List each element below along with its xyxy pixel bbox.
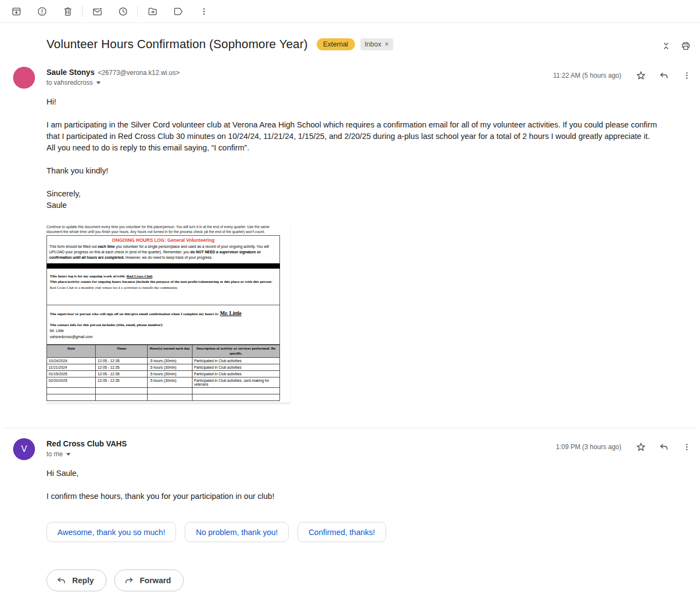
thread-actions: Reply Forward <box>46 569 700 591</box>
attached-document-image[interactable]: Continue to update this document every t… <box>46 224 290 403</box>
message-1: Saule Stonys <26773@verona.k12.wi.us> to… <box>0 57 700 403</box>
body-paragraph: I confirm these hours, thank you for you… <box>46 491 662 502</box>
subject-row: Volunteer Hours Confirmation (Sophomore … <box>0 23 700 57</box>
star-icon <box>635 441 646 452</box>
chevron-down-icon <box>96 82 101 84</box>
table-row: 11/21/2024 12:05 - 12:35 .5 hours (30min… <box>47 364 280 371</box>
sender-name: Saule Stonys <box>46 68 95 77</box>
signoff-name: Saule <box>46 200 662 211</box>
mark-unread-button[interactable] <box>84 0 110 23</box>
reply-arrow-icon <box>658 441 669 452</box>
doc-contact-label: The contact info for this person include… <box>50 322 277 328</box>
doc-intro-box: ONGOING HOURS LOG: General Volunteering … <box>46 235 280 264</box>
col-header-description: Description of activity or services perf… <box>192 345 279 358</box>
star-icon <box>635 70 646 81</box>
cell-times: 12:05 - 12:35 <box>96 358 148 364</box>
doc-purpose-box: This hours log is for my ongoing work at… <box>46 269 280 306</box>
delete-button[interactable] <box>55 0 80 23</box>
cell-hours: .5 hours (30min) <box>148 364 192 371</box>
inbox-label-text: Inbox <box>365 38 382 50</box>
recipient-details-toggle[interactable]: to me <box>46 450 71 458</box>
sender-email: <26773@verona.k12.wi.us> <box>98 69 180 77</box>
body-paragraph: All you need to do is reply to this emai… <box>46 142 662 154</box>
archive-button[interactable] <box>3 0 29 23</box>
smart-reply-chip-1[interactable]: Awesome, thank you so much! <box>46 522 176 542</box>
reply-button[interactable] <box>657 440 670 454</box>
col-header-times: Times <box>96 345 148 358</box>
cell-times: 12:05 - 12:35 <box>96 377 148 388</box>
greeting: Hi! <box>46 96 662 108</box>
cell-description: Participated in Club activities <box>192 358 279 364</box>
cell-description: Participated in Club activities <box>192 364 279 371</box>
archive-icon <box>11 6 22 17</box>
report-spam-button[interactable] <box>29 0 55 23</box>
cell-date: 10/24/2024 <box>47 358 96 364</box>
smart-reply-chip-2[interactable]: No problem, thank you! <box>185 522 289 542</box>
cell-hours: .5 hours (30min) <box>148 371 192 377</box>
reply-action-button[interactable]: Reply <box>46 569 107 591</box>
collapse-all-icon <box>661 40 672 51</box>
hours-table-header-row: Date Times Hour(s) earned each day Descr… <box>47 345 280 358</box>
email-subject: Volunteer Hours Confirmation (Sophomore … <box>46 37 308 51</box>
forward-action-button[interactable]: Forward <box>114 569 184 591</box>
table-row-empty <box>47 394 280 401</box>
collapse-all-button[interactable] <box>660 39 673 53</box>
message-1-header: Saule Stonys <26773@verona.k12.wi.us> to… <box>0 57 700 86</box>
doc-top-note: Continue to update this document every t… <box>46 224 280 234</box>
cell-date: 11/21/2024 <box>47 364 96 371</box>
signoff: Sincerely, <box>46 188 662 200</box>
doc-intro-text: This form should be filled out each time… <box>49 244 277 260</box>
star-button[interactable] <box>634 69 648 82</box>
smart-reply-chip-3[interactable]: Confirmed, thanks! <box>298 522 386 542</box>
sender-avatar[interactable] <box>13 67 35 89</box>
doc-supervisor-line: The supervisor or person who will sign o… <box>50 310 277 318</box>
doc-supervisor-box: The supervisor or person who will sign o… <box>46 305 280 345</box>
forward-label: Forward <box>140 576 171 585</box>
cell-date: 01/15/2025 <box>47 371 96 377</box>
doc-black-bar <box>46 264 280 269</box>
remove-label-icon[interactable]: × <box>384 38 389 50</box>
external-badge: External <box>317 38 355 50</box>
message-2-body: Hi Saule, I confirm these hours, thank y… <box>46 468 662 502</box>
message-timestamp: 11:22 AM (5 hours ago) <box>553 72 621 79</box>
col-header-hours: Hour(s) earned each day <box>148 345 192 358</box>
report-spam-icon <box>37 6 48 17</box>
reply-button[interactable] <box>657 69 670 82</box>
message-more-button[interactable] <box>680 69 693 82</box>
move-to-folder-icon <box>147 6 158 17</box>
table-row-empty <box>47 388 280 394</box>
inbox-label-chip[interactable]: Inbox × <box>360 38 393 50</box>
col-header-date: Date <box>47 345 96 358</box>
printer-icon <box>680 40 691 51</box>
cell-description: Participated in Club activities, card ma… <box>192 377 279 388</box>
clock-icon <box>118 6 129 17</box>
snooze-button[interactable] <box>110 0 136 23</box>
message-1-body: Hi! I am participating in the Silver Cor… <box>46 96 662 211</box>
recipient-details-toggle[interactable]: to vahsredcross <box>46 79 101 86</box>
smart-reply-row: Awesome, thank you so much! No problem, … <box>46 522 700 542</box>
doc-work-with-line: This hours log is for my ongoing work at… <box>50 274 277 280</box>
sender-avatar[interactable]: V <box>13 438 35 460</box>
more-vert-icon <box>681 70 692 81</box>
more-options-button[interactable] <box>191 0 217 23</box>
more-vert-icon <box>681 441 692 452</box>
doc-contact-email: vahsredcross@gmail.com <box>50 334 277 340</box>
cell-date: 02/20/2025 <box>47 377 96 388</box>
print-button[interactable] <box>679 39 692 53</box>
star-button[interactable] <box>634 440 648 454</box>
body-paragraph: I am participating in the Silver Cord vo… <box>46 119 662 142</box>
cell-hours: .5 hours (30min) <box>148 358 192 364</box>
message-2-header: V Red Cross Club VAHS to me 1:09 PM (3 h… <box>0 428 700 458</box>
reply-label: Reply <box>72 576 94 585</box>
move-to-button[interactable] <box>139 0 165 23</box>
recipient-text: to me <box>46 450 63 458</box>
labels-button[interactable] <box>165 0 191 23</box>
doc-contact-name: Mr. Little <box>50 328 277 334</box>
label-tag-icon <box>173 6 184 17</box>
recipient-text: to vahsredcross <box>46 79 93 86</box>
toolbar-divider <box>82 6 83 17</box>
reply-arrow-icon <box>658 70 669 81</box>
table-row: 02/20/2025 12:05 - 12:35 .5 hours (30min… <box>47 377 280 388</box>
cell-times: 12:05 - 12:35 <box>96 364 148 371</box>
message-more-button[interactable] <box>680 440 693 454</box>
